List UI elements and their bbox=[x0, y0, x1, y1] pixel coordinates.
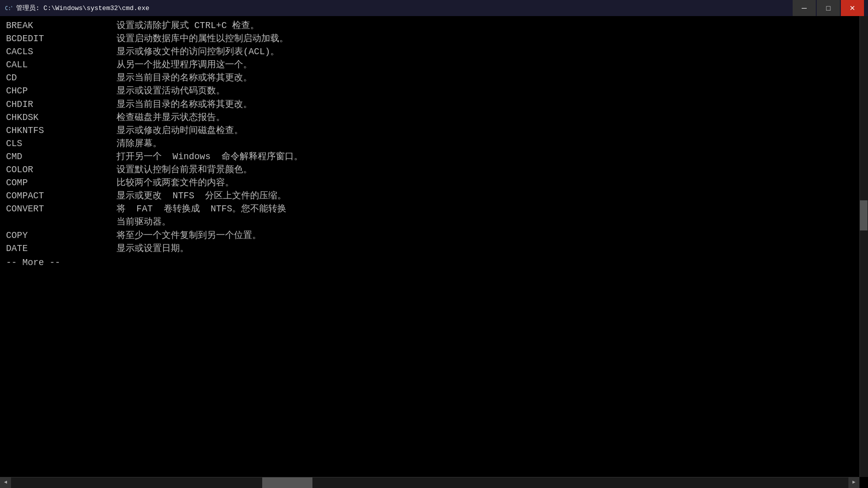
table-row: CHCP显示或设置活动代码页数。 bbox=[6, 84, 862, 97]
cmd-name: CHKDSK bbox=[6, 111, 117, 124]
cmd-desc: 设置或清除扩展式 CTRL+C 检查。 bbox=[117, 19, 259, 32]
cmd-desc: 将 FAT 卷转换成 NTFS。您不能转换 bbox=[117, 202, 286, 215]
cmd-desc: 显示或设置日期。 bbox=[117, 242, 189, 255]
title-bar-left: C:\ 管理员: C:\Windows\system32\cmd.exe bbox=[4, 4, 149, 13]
cmd-desc-wrap: 当前驱动器。 bbox=[6, 215, 862, 228]
cmd-desc: 显示或修改文件的访问控制列表(ACL)。 bbox=[117, 45, 279, 58]
vertical-scrollbar[interactable] bbox=[859, 16, 868, 477]
svg-text:C:\: C:\ bbox=[5, 6, 12, 11]
cmd-window: C:\ 管理员: C:\Windows\system32\cmd.exe ─ □… bbox=[0, 0, 868, 488]
cmd-desc: 检查磁盘并显示状态报告。 bbox=[117, 111, 225, 124]
cmd-desc: 显示或更改 NTFS 分区上文件的压缩。 bbox=[117, 189, 286, 202]
table-row: CMD打开另一个 Windows 命令解释程序窗口。 bbox=[6, 150, 862, 163]
scroll-left-button[interactable]: ◀ bbox=[0, 477, 11, 489]
cmd-name: CLS bbox=[6, 137, 117, 150]
cmd-name: CHDIR bbox=[6, 98, 117, 111]
command-list: BREAK设置或清除扩展式 CTRL+C 检查。BCDEDIT设置启动数据库中的… bbox=[6, 19, 862, 255]
cmd-desc: 设置默认控制台前景和背景颜色。 bbox=[117, 163, 252, 176]
table-row: COPY将至少一个文件复制到另一个位置。 bbox=[6, 229, 862, 242]
scrollbar-thumb-h[interactable] bbox=[262, 477, 312, 488]
cmd-desc: 从另一个批处理程序调用这一个。 bbox=[117, 58, 252, 71]
cmd-name: CONVERT bbox=[6, 202, 117, 215]
cmd-name: COMPACT bbox=[6, 189, 117, 202]
cmd-desc: 比较两个或两套文件的内容。 bbox=[117, 176, 234, 189]
table-row: BREAK设置或清除扩展式 CTRL+C 检查。 bbox=[6, 19, 862, 32]
cmd-desc: 显示或修改启动时间磁盘检查。 bbox=[117, 124, 243, 137]
horizontal-scrollbar[interactable]: ◀ ▶ bbox=[0, 477, 859, 488]
cmd-desc: 显示或设置活动代码页数。 bbox=[117, 84, 225, 97]
cmd-desc: 设置启动数据库中的属性以控制启动加载。 bbox=[117, 32, 288, 45]
table-row: COMPACT显示或更改 NTFS 分区上文件的压缩。 bbox=[6, 189, 862, 202]
table-row: COLOR设置默认控制台前景和背景颜色。 bbox=[6, 163, 862, 176]
table-row: CLS清除屏幕。 bbox=[6, 137, 862, 150]
cmd-desc: 将至少一个文件复制到另一个位置。 bbox=[117, 229, 261, 242]
maximize-button[interactable]: □ bbox=[817, 0, 840, 16]
more-line: -- More -- bbox=[6, 256, 862, 269]
table-row: CONVERT将 FAT 卷转换成 NTFS。您不能转换 bbox=[6, 202, 862, 215]
cmd-name: COPY bbox=[6, 229, 117, 242]
cmd-desc: 清除屏幕。 bbox=[117, 137, 162, 150]
cmd-name: CMD bbox=[6, 150, 117, 163]
table-row: DATE显示或设置日期。 bbox=[6, 242, 862, 255]
cmd-desc: 显示当前目录的名称或将其更改。 bbox=[117, 71, 252, 84]
cmd-name: CACLS bbox=[6, 45, 117, 58]
cmd-desc: 打开另一个 Windows 命令解释程序窗口。 bbox=[117, 150, 303, 163]
table-row: CHKNTFS显示或修改启动时间磁盘检查。 bbox=[6, 124, 862, 137]
cmd-desc: 显示当前目录的名称或将其更改。 bbox=[117, 98, 252, 111]
cmd-name: COLOR bbox=[6, 163, 117, 176]
scrollbar-track-h bbox=[11, 477, 848, 488]
cmd-icon: C:\ bbox=[4, 4, 12, 12]
table-row: CHDIR显示当前目录的名称或将其更改。 bbox=[6, 98, 862, 111]
table-row: COMP比较两个或两套文件的内容。 bbox=[6, 176, 862, 189]
table-row: BCDEDIT设置启动数据库中的属性以控制启动加载。 bbox=[6, 32, 862, 45]
cmd-name: CALL bbox=[6, 58, 117, 71]
cmd-name: CHKNTFS bbox=[6, 124, 117, 137]
table-row: CHKDSK检查磁盘并显示状态报告。 bbox=[6, 111, 862, 124]
console-content: BREAK设置或清除扩展式 CTRL+C 检查。BCDEDIT设置启动数据库中的… bbox=[0, 16, 868, 488]
cmd-name: BCDEDIT bbox=[6, 32, 117, 45]
minimize-button[interactable]: ─ bbox=[793, 0, 816, 16]
close-button[interactable]: ✕ bbox=[841, 0, 864, 16]
cmd-name: DATE bbox=[6, 242, 117, 255]
title-bar-controls: ─ □ ✕ bbox=[793, 0, 864, 16]
cmd-name: BREAK bbox=[6, 19, 117, 32]
table-row: CD显示当前目录的名称或将其更改。 bbox=[6, 71, 862, 84]
table-row: CACLS显示或修改文件的访问控制列表(ACL)。 bbox=[6, 45, 862, 58]
window-title: 管理员: C:\Windows\system32\cmd.exe bbox=[16, 4, 149, 13]
title-bar: C:\ 管理员: C:\Windows\system32\cmd.exe ─ □… bbox=[0, 0, 868, 16]
scroll-right-button[interactable]: ▶ bbox=[848, 477, 859, 489]
cmd-name: CD bbox=[6, 71, 117, 84]
scrollbar-thumb-v[interactable] bbox=[860, 200, 867, 230]
cmd-name: CHCP bbox=[6, 84, 117, 97]
table-row: CALL从另一个批处理程序调用这一个。 bbox=[6, 58, 862, 71]
cmd-name: COMP bbox=[6, 176, 117, 189]
